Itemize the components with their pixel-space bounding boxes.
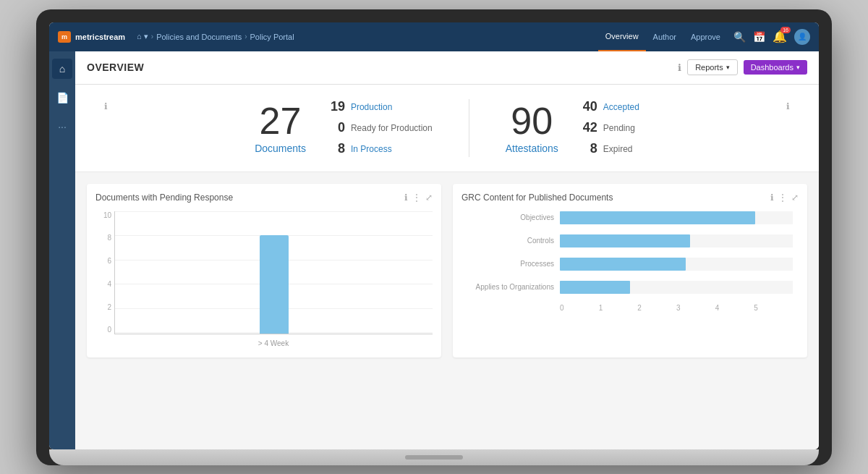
x-tick-2: 2 bbox=[637, 304, 676, 312]
stats-info-icon-left[interactable]: ℹ bbox=[104, 101, 108, 111]
pending-chart-area: 10 8 6 4 2 0 bbox=[95, 211, 433, 349]
attestations-pending-label: Pending bbox=[603, 123, 635, 133]
documents-inprocess-num: 8 bbox=[328, 141, 345, 156]
pending-chart-expand-icon[interactable]: ⤢ bbox=[425, 192, 433, 203]
x-tick-4: 4 bbox=[715, 304, 754, 312]
attestations-count: 90 bbox=[506, 102, 558, 140]
stats-container: ℹ 27 Documents 19 Production bbox=[75, 85, 819, 172]
reports-caret-icon: ▾ bbox=[726, 64, 730, 71]
grc-fill-processes bbox=[560, 258, 686, 271]
main-layout: ⌂ 📄 ··· OVERVIEW ℹ Reports ▾ bbox=[49, 51, 819, 449]
grc-content-chart: GRC Content for Published Documents ℹ ⋮ … bbox=[453, 184, 807, 357]
documents-main: 27 Documents bbox=[255, 102, 306, 154]
pending-chart-title: Documents with Pending Response bbox=[95, 192, 233, 203]
grc-track-organizations bbox=[560, 281, 793, 294]
overview-info-icon[interactable]: ℹ bbox=[678, 62, 681, 73]
stats-info-icon-right[interactable]: ℹ bbox=[786, 101, 790, 111]
charts-container: Documents with Pending Response ℹ ⋮ ⤢ bbox=[75, 172, 819, 369]
documents-inprocess-row: 8 In Process bbox=[328, 141, 433, 156]
content-area: OVERVIEW ℹ Reports ▾ Dashboards ▾ bbox=[75, 51, 819, 449]
attestations-pending-num: 42 bbox=[580, 120, 597, 135]
attestations-accepted-num: 40 bbox=[580, 99, 597, 114]
documents-label: Documents bbox=[255, 143, 306, 154]
y-label-10: 10 bbox=[103, 211, 111, 219]
nav-tabs: Overview Author Approve bbox=[598, 22, 728, 51]
calendar-icon[interactable]: 📅 bbox=[753, 31, 765, 43]
documents-breakdown: 19 Production 0 Ready for Production 8 I… bbox=[328, 99, 433, 156]
chart-plot-area bbox=[114, 211, 433, 334]
dashboards-button[interactable]: Dashboards ▾ bbox=[744, 60, 807, 75]
attestations-expired-label: Expired bbox=[603, 144, 633, 154]
dashboards-caret-icon: ▾ bbox=[796, 64, 800, 71]
pending-chart-header: Documents with Pending Response ℹ ⋮ ⤢ bbox=[95, 192, 433, 203]
documents-production-row: 19 Production bbox=[328, 99, 433, 114]
documents-ready-label: Ready for Production bbox=[351, 123, 433, 133]
grc-fill-controls bbox=[560, 234, 690, 247]
sidebar-item-documents[interactable]: 📄 bbox=[52, 88, 72, 108]
topbar: m metricstream ⌂ ▾ › Policies and Docume… bbox=[49, 22, 819, 51]
x-axis-labels: > 4 Week bbox=[114, 339, 433, 347]
grc-chart-header: GRC Content for Published Documents ℹ ⋮ … bbox=[461, 192, 799, 203]
grid-line-1 bbox=[115, 211, 433, 212]
attestations-breakdown: 40 Accepted 42 Pending 8 Expired bbox=[580, 99, 639, 156]
attestations-expired-row: 8 Expired bbox=[580, 141, 639, 156]
tab-author[interactable]: Author bbox=[646, 22, 684, 51]
tab-overview[interactable]: Overview bbox=[598, 22, 646, 51]
bar-4week bbox=[260, 235, 289, 333]
grc-chart-title: GRC Content for Published Documents bbox=[461, 192, 613, 203]
y-label-4: 4 bbox=[107, 280, 111, 288]
topbar-right: 🔍 📅 🔔 16 👤 bbox=[733, 29, 810, 45]
grc-x-axis: 0 1 2 3 4 5 bbox=[467, 304, 793, 312]
y-label-0: 0 bbox=[107, 326, 111, 334]
x-tick-3: 3 bbox=[676, 304, 715, 312]
sidebar-item-home[interactable]: ⌂ bbox=[52, 59, 72, 79]
grc-track-objectives bbox=[560, 211, 793, 224]
logo-area: m metricstream bbox=[58, 31, 125, 43]
grc-chart-expand-icon[interactable]: ⤢ bbox=[791, 192, 799, 203]
sidebar-item-more[interactable]: ··· bbox=[52, 117, 72, 137]
pending-chart-info-icon[interactable]: ℹ bbox=[404, 192, 408, 203]
avatar[interactable]: 👤 bbox=[794, 29, 810, 45]
notification-count: 16 bbox=[780, 27, 791, 33]
documents-stat: 27 Documents 19 Production 0 Ready for P… bbox=[255, 99, 433, 156]
grc-bar-organizations: Applies to Organizations bbox=[467, 281, 793, 294]
pending-chart-actions: ℹ ⋮ ⤢ bbox=[404, 192, 433, 203]
breadcrumb-portal[interactable]: Policy Portal bbox=[250, 33, 294, 41]
y-label-2: 2 bbox=[107, 303, 111, 311]
tab-approve[interactable]: Approve bbox=[684, 22, 728, 51]
home-icon[interactable]: ⌂ ▾ bbox=[137, 32, 148, 41]
documents-ready-row: 0 Ready for Production bbox=[328, 120, 433, 135]
grc-bar-processes: Processes bbox=[467, 258, 793, 271]
documents-ready-num: 0 bbox=[328, 120, 345, 135]
grc-bar-objectives: Objectives bbox=[467, 211, 793, 224]
x-tick-0: 0 bbox=[560, 304, 599, 312]
grc-chart-area: Objectives Controls bbox=[461, 211, 799, 312]
notification-bell[interactable]: 🔔 16 bbox=[773, 30, 787, 43]
attestations-accepted-row: 40 Accepted bbox=[580, 99, 639, 114]
logo-box: m bbox=[58, 31, 71, 43]
logo-text: metricstream bbox=[75, 33, 125, 41]
grc-label-objectives: Objectives bbox=[467, 213, 554, 221]
x-label-4week: > 4 Week bbox=[258, 339, 289, 347]
reports-button[interactable]: Reports ▾ bbox=[687, 59, 738, 75]
documents-inprocess-label: In Process bbox=[351, 144, 392, 154]
page-title: OVERVIEW bbox=[87, 62, 144, 73]
y-axis: 10 8 6 4 2 0 bbox=[95, 211, 111, 334]
x-tick-1: 1 bbox=[599, 304, 638, 312]
pending-chart-menu-icon[interactable]: ⋮ bbox=[412, 192, 421, 203]
attestations-label: Attestations bbox=[506, 143, 558, 154]
attestations-pending-row: 42 Pending bbox=[580, 120, 639, 135]
grc-label-controls: Controls bbox=[467, 237, 554, 245]
header-actions: ℹ Reports ▾ Dashboards ▾ bbox=[678, 59, 807, 75]
documents-count: 27 bbox=[255, 102, 306, 140]
grc-chart-menu-icon[interactable]: ⋮ bbox=[778, 192, 787, 203]
grc-fill-organizations bbox=[560, 281, 630, 294]
y-label-6: 6 bbox=[107, 257, 111, 265]
grc-chart-info-icon[interactable]: ℹ bbox=[770, 192, 774, 203]
search-icon[interactable]: 🔍 bbox=[733, 31, 746, 43]
breadcrumb-sep-1: › bbox=[151, 33, 153, 41]
documents-production-label: Production bbox=[351, 102, 392, 112]
breadcrumb-policies[interactable]: Policies and Documents bbox=[156, 33, 242, 41]
breadcrumb-sep-2: › bbox=[244, 33, 247, 41]
grc-label-processes: Processes bbox=[467, 260, 554, 268]
